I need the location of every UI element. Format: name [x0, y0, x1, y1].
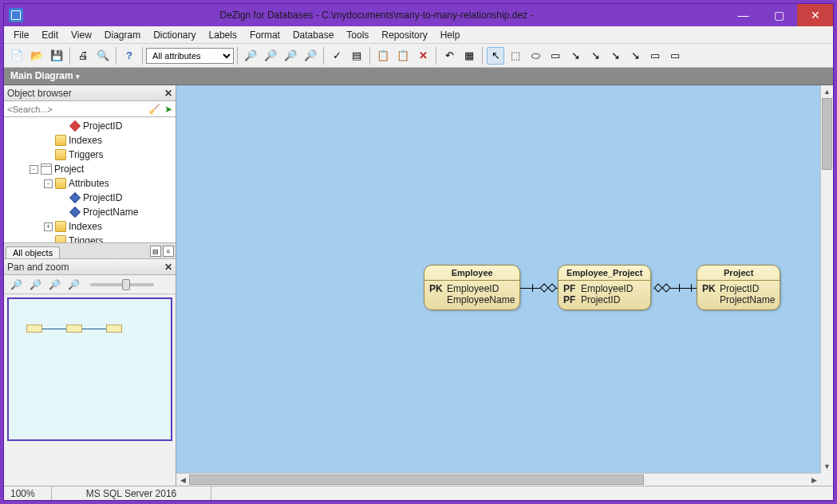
pointer-tool[interactable]: ↖ [487, 47, 504, 65]
tree-item[interactable]: ProjectName [4, 205, 176, 219]
pz-zoom-out-icon[interactable]: 🔎 [26, 277, 44, 293]
object-tree[interactable]: ProjectIDIndexesTriggers-Project-Attribu… [4, 117, 176, 243]
diagram-title-bar: Main Diagram ▾ [4, 68, 833, 85]
menu-repository[interactable]: Repository [375, 28, 433, 42]
tree-item[interactable]: Triggers [4, 234, 176, 243]
entity-employee_project[interactable]: Employee_ProjectPFEmployeeIDPFProjectID [558, 265, 651, 310]
hscroll-thumb[interactable] [189, 474, 644, 485]
help-button[interactable]: ? [120, 47, 138, 65]
undo-button[interactable]: ↶ [440, 47, 458, 65]
app-icon [9, 8, 23, 22]
stamp-tool[interactable]: ▭ [666, 47, 684, 65]
object-browser-close-icon[interactable]: ✕ [164, 88, 172, 99]
report-button[interactable]: ▤ [348, 47, 365, 65]
search-input[interactable] [4, 102, 147, 116]
vertical-scrollbar[interactable]: ▲ ▼ [820, 85, 833, 473]
menu-help[interactable]: Help [434, 28, 467, 42]
validate-button[interactable]: ✓ [328, 47, 345, 65]
pz-zoom-in-icon[interactable]: 🔎 [7, 277, 25, 293]
vscroll-thumb[interactable] [822, 98, 832, 170]
view-tool[interactable]: ▭ [547, 47, 564, 65]
scroll-down-button[interactable]: ▼ [821, 460, 833, 473]
entity-employee[interactable]: EmployeePKEmployeeIDEmployeeName [424, 265, 520, 310]
zoom-100-button[interactable]: 🔎 [302, 47, 319, 65]
zoom-slider[interactable] [90, 283, 154, 286]
status-zoom: 100% [4, 486, 52, 500]
search-clear-icon[interactable]: 🧹 [147, 102, 161, 116]
open-button[interactable]: 📂 [28, 47, 45, 65]
delete-button[interactable]: ✕ [414, 47, 432, 65]
tree-item[interactable]: Triggers [4, 148, 176, 162]
new-button[interactable]: 📄 [8, 47, 26, 65]
minimap[interactable] [7, 297, 172, 441]
tree-view-icon[interactable]: ▤ [150, 246, 161, 257]
relation-tool-1[interactable]: ↘ [567, 47, 584, 65]
toolbar: 📄 📂 💾 🖨 🔍 ? All attributes 🔎 🔎 🔎 🔎 ✓ ▤ 📋… [4, 44, 833, 68]
zoom-thumb[interactable] [122, 279, 130, 290]
tree-item[interactable]: ProjectID [4, 119, 176, 133]
zoom-fit-button[interactable]: 🔎 [282, 47, 299, 65]
tree-item[interactable]: ProjectID [4, 191, 176, 205]
object-browser-header: Object browser ✕ [4, 85, 176, 101]
pz-zoom-fit-icon[interactable]: 🔎 [45, 277, 63, 293]
tree-item[interactable]: +Indexes [4, 219, 176, 234]
tree-item[interactable]: -Project [4, 162, 176, 176]
tree-item[interactable]: -Attributes [4, 176, 176, 191]
menu-tools[interactable]: Tools [340, 28, 375, 42]
scroll-up-button[interactable]: ▲ [821, 85, 833, 98]
relation-tool-2[interactable]: ↘ [586, 47, 604, 65]
list-view-icon[interactable]: ≡ [163, 246, 174, 257]
scroll-right-button[interactable]: ▶ [807, 474, 820, 486]
copy-button[interactable]: 📋 [374, 47, 392, 65]
select-tool[interactable]: ⬚ [507, 47, 524, 65]
print-preview-button[interactable]: 🔍 [94, 47, 112, 65]
menu-format[interactable]: Format [243, 28, 286, 42]
tab-all-objects[interactable]: All objects [6, 246, 60, 258]
scroll-left-button[interactable]: ◀ [176, 474, 189, 486]
entity-tool[interactable]: ⬭ [527, 47, 544, 65]
pan-zoom-header: Pan and zoom ✕ [4, 259, 176, 275]
window-title: DeZign for Databases - C:\mydocuments\ma… [28, 10, 725, 21]
pz-zoom-100-icon[interactable]: 🔎 [65, 277, 82, 293]
zoom-in-button[interactable]: 🔎 [242, 47, 259, 65]
horizontal-scrollbar[interactable]: ◀ ▶ [176, 473, 820, 486]
note-tool[interactable]: ▭ [646, 47, 664, 65]
diagram-canvas[interactable]: EmployeePKEmployeeIDEmployeeNameEmployee… [176, 85, 820, 473]
relation-tool-4[interactable]: ↘ [626, 47, 644, 65]
attribute-view-select[interactable]: All attributes [146, 48, 234, 64]
paste-button[interactable]: 📋 [394, 47, 412, 65]
menu-file[interactable]: File [7, 28, 35, 42]
close-button[interactable]: ✕ [797, 4, 833, 26]
redo-button[interactable]: ▦ [460, 47, 478, 65]
print-button[interactable]: 🖨 [74, 47, 92, 65]
menu-edit[interactable]: Edit [35, 28, 65, 42]
entity-project[interactable]: ProjectPKProjectIDProjectName [697, 265, 780, 310]
sidebar: Object browser ✕ 🧹 ➤ ProjectIDIndexesTri… [4, 85, 176, 473]
menu-labels[interactable]: Labels [203, 28, 243, 42]
menu-dictionary[interactable]: Dictionary [147, 28, 202, 42]
pan-zoom-close-icon[interactable]: ✕ [164, 262, 172, 273]
zoom-out-button[interactable]: 🔎 [262, 47, 279, 65]
search-go-icon[interactable]: ➤ [161, 102, 176, 116]
maximize-button[interactable]: ▢ [761, 4, 797, 26]
menubar: FileEditViewDiagramDictionaryLabelsForma… [4, 26, 833, 44]
menu-diagram[interactable]: Diagram [98, 28, 147, 42]
save-button[interactable]: 💾 [48, 47, 65, 65]
tree-item[interactable]: Indexes [4, 133, 176, 148]
relation-tool-3[interactable]: ↘ [606, 47, 624, 65]
statusbar: 100% MS SQL Server 2016 [4, 486, 833, 500]
menu-database[interactable]: Database [286, 28, 340, 42]
menu-view[interactable]: View [65, 28, 98, 42]
minimize-button[interactable]: — [725, 4, 761, 26]
status-db: MS SQL Server 2016 [52, 486, 211, 500]
titlebar[interactable]: DeZign for Databases - C:\mydocuments\ma… [4, 4, 833, 26]
